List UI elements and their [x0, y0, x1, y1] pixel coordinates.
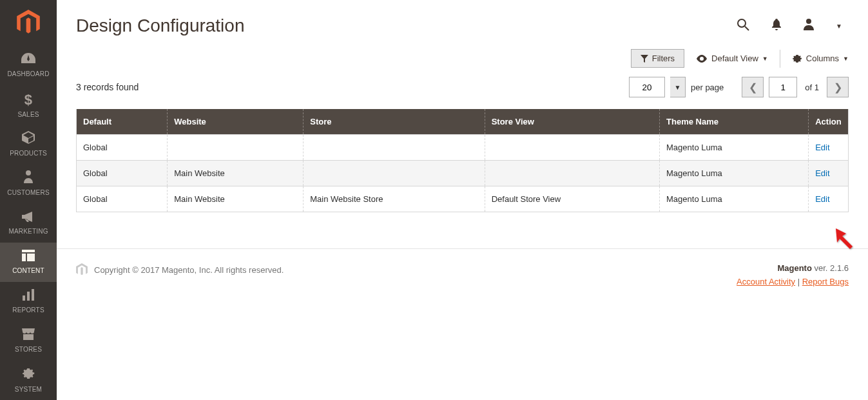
- megaphone-icon: [22, 210, 35, 225]
- nav-label: STORES: [15, 346, 42, 353]
- col-header-storeview[interactable]: Store View: [485, 109, 659, 135]
- col-header-website[interactable]: Website: [168, 109, 304, 135]
- nav-label: SYSTEM: [15, 386, 42, 393]
- cell-website: Main Website: [168, 186, 304, 212]
- page-input[interactable]: [769, 77, 797, 97]
- cell-theme: Magento Luma: [660, 186, 809, 212]
- nav-label: MARKETING: [8, 228, 48, 235]
- nav-stores[interactable]: STORES: [0, 321, 57, 361]
- dashboard-icon: [21, 53, 35, 68]
- nav-reports[interactable]: REPORTS: [0, 282, 57, 321]
- report-bugs-link[interactable]: Report Bugs: [802, 277, 849, 286]
- nav-label: CONTENT: [12, 267, 44, 274]
- header-actions: ▼: [737, 18, 849, 34]
- col-header-default[interactable]: Default: [77, 109, 168, 135]
- nav-dashboard[interactable]: DASHBOARD: [0, 46, 57, 85]
- default-view-label: Default View: [711, 54, 758, 63]
- magento-logo[interactable]: [0, 0, 57, 46]
- default-view-control[interactable]: Default View ▼: [696, 54, 768, 63]
- main-content: Design Configuration ▼ Filters Default V…: [57, 0, 868, 400]
- design-config-grid: Default Website Store Store View Theme N…: [76, 109, 849, 212]
- cell-storeview: [485, 161, 659, 186]
- nav-marketing[interactable]: MARKETING: [0, 203, 57, 243]
- cell-theme: Magento Luma: [660, 161, 809, 186]
- caret-down-icon: ▼: [762, 55, 768, 62]
- account-icon[interactable]: [804, 19, 814, 34]
- nav-label: PRODUCTS: [10, 150, 47, 157]
- per-page-label: per page: [691, 83, 724, 92]
- magento-logo-icon: [76, 263, 88, 276]
- notifications-icon[interactable]: [771, 19, 782, 34]
- nav-products[interactable]: PRODUCTS: [0, 125, 57, 164]
- nav-sales[interactable]: $ SALES: [0, 85, 57, 125]
- table-row: Global Magento Luma Edit: [77, 135, 848, 161]
- funnel-icon: [641, 55, 648, 63]
- account-activity-link[interactable]: Account Activity: [737, 277, 795, 286]
- layout-icon: [22, 250, 35, 265]
- cell-default: Global: [77, 135, 168, 161]
- edit-link[interactable]: Edit: [815, 143, 829, 152]
- gear-icon: [792, 54, 802, 64]
- box-icon: [22, 131, 35, 147]
- nav-label: REPORTS: [12, 306, 44, 314]
- page-title: Design Configuration: [76, 15, 737, 36]
- filters-button[interactable]: Filters: [631, 49, 684, 68]
- table-row: Global Main Website Main Website Store D…: [77, 186, 848, 212]
- records-found: 3 records found: [76, 82, 629, 92]
- nav-label: SALES: [17, 111, 39, 118]
- prev-page-button[interactable]: ❮: [742, 77, 764, 97]
- per-page-dropdown[interactable]: ▼: [670, 77, 686, 97]
- table-header-row: Default Website Store Store View Theme N…: [77, 109, 848, 135]
- cell-storeview: [485, 135, 659, 161]
- nav-label: CUSTOMERS: [7, 189, 50, 196]
- storefront-icon: [22, 328, 35, 343]
- cell-store: Main Website Store: [304, 186, 485, 212]
- cell-website: [168, 135, 304, 161]
- page-header: Design Configuration ▼: [57, 0, 868, 49]
- svg-point-0: [738, 19, 746, 27]
- search-icon[interactable]: [737, 18, 749, 34]
- version-label: Magento: [777, 263, 811, 273]
- cell-store: [304, 161, 485, 186]
- col-header-action[interactable]: Action: [809, 109, 848, 135]
- account-caret-icon[interactable]: ▼: [836, 23, 842, 30]
- col-header-store[interactable]: Store: [304, 109, 485, 135]
- svg-line-1: [745, 26, 749, 30]
- version-value: ver. 2.1.6: [812, 263, 849, 273]
- person-icon: [24, 170, 33, 186]
- nav-customers[interactable]: CUSTOMERS: [0, 164, 57, 203]
- bars-icon: [23, 289, 34, 304]
- per-page-input[interactable]: [629, 77, 665, 97]
- nav-system[interactable]: SYSTEM: [0, 361, 57, 400]
- col-header-theme[interactable]: Theme Name: [660, 109, 809, 135]
- eye-icon: [696, 55, 708, 63]
- table-row: Global Main Website Magento Luma Edit: [77, 161, 848, 186]
- cell-website: Main Website: [168, 161, 304, 186]
- cell-theme: Magento Luma: [660, 135, 809, 161]
- page-footer: Copyright © 2017 Magento, Inc. All right…: [57, 248, 868, 286]
- magento-logo-icon: [17, 10, 40, 35]
- caret-down-icon: ▼: [843, 55, 849, 62]
- toolbar-separator: [780, 50, 780, 68]
- pager: ▼ per page ❮ of 1 ❯: [629, 77, 849, 97]
- dollar-icon: $: [24, 92, 32, 108]
- admin-sidebar: DASHBOARD $ SALES PRODUCTS CUSTOMERS MAR…: [0, 0, 57, 400]
- cell-default: Global: [77, 186, 168, 212]
- columns-label: Columns: [806, 54, 839, 63]
- nav-label: DASHBOARD: [7, 70, 49, 77]
- next-page-button[interactable]: ❯: [827, 77, 849, 97]
- edit-link[interactable]: Edit: [815, 194, 829, 204]
- cell-storeview: Default Store View: [485, 186, 659, 212]
- footer-sep: |: [798, 277, 802, 286]
- nav-content[interactable]: CONTENT: [0, 243, 57, 282]
- page-of-label: of 1: [805, 83, 819, 92]
- grid-toolbar: Filters Default View ▼ Columns ▼: [57, 49, 868, 77]
- edit-link[interactable]: Edit: [815, 168, 829, 178]
- copyright-text: Copyright © 2017 Magento, Inc. All right…: [94, 265, 284, 275]
- columns-control[interactable]: Columns ▼: [792, 54, 849, 64]
- cell-default: Global: [77, 161, 168, 186]
- filters-label: Filters: [652, 54, 675, 63]
- records-pager-row: 3 records found ▼ per page ❮ of 1 ❯: [57, 77, 868, 109]
- cell-store: [304, 135, 485, 161]
- gear-icon: [22, 367, 35, 383]
